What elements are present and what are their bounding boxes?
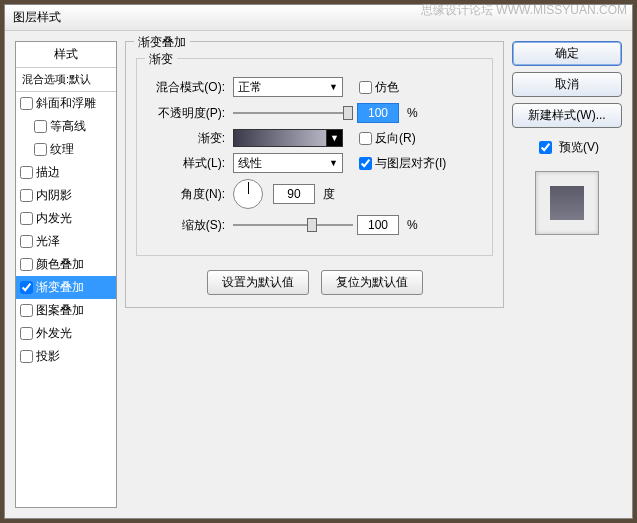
style-label: 斜面和浮雕 (36, 95, 96, 112)
style-item[interactable]: 内阴影 (16, 184, 116, 207)
style-checkbox[interactable] (20, 304, 33, 317)
style-label: 纹理 (50, 141, 74, 158)
style-label: 内阴影 (36, 187, 72, 204)
layer-style-dialog: 图层样式 样式 混合选项:默认 斜面和浮雕等高线纹理描边内阴影内发光光泽颜色叠加… (4, 4, 633, 519)
reset-default-button[interactable]: 复位为默认值 (321, 270, 423, 295)
opacity-slider[interactable] (233, 104, 353, 122)
styles-header[interactable]: 样式 (16, 42, 116, 68)
right-panel: 确定 取消 新建样式(W)... 预览(V) (512, 41, 622, 508)
style-checkbox[interactable] (20, 258, 33, 271)
dialog-title: 图层样式 (13, 10, 61, 24)
preview-checkbox[interactable]: 预览(V) (512, 138, 622, 157)
align-checkbox[interactable]: 与图层对齐(I) (359, 155, 446, 172)
style-checkbox[interactable] (34, 143, 47, 156)
group-legend: 渐变叠加 (134, 34, 190, 51)
style-label: 等高线 (50, 118, 86, 135)
style-label: 投影 (36, 348, 60, 365)
center-panel: 渐变叠加 渐变 混合模式(O): 正常 ▼ 仿色 (125, 41, 504, 508)
dither-checkbox[interactable]: 仿色 (359, 79, 399, 96)
blend-mode-select[interactable]: 正常 ▼ (233, 77, 343, 97)
style-checkbox[interactable] (20, 327, 33, 340)
style-label: 光泽 (36, 233, 60, 250)
new-style-button[interactable]: 新建样式(W)... (512, 103, 622, 128)
scale-input[interactable] (357, 215, 399, 235)
style-item[interactable]: 描边 (16, 161, 116, 184)
style-item[interactable]: 内发光 (16, 207, 116, 230)
gradient-overlay-group: 渐变叠加 渐变 混合模式(O): 正常 ▼ 仿色 (125, 41, 504, 308)
style-checkbox[interactable] (20, 350, 33, 363)
gradient-inner-group: 渐变 混合模式(O): 正常 ▼ 仿色 不透明度(P): (136, 58, 493, 256)
style-checkbox[interactable] (20, 212, 33, 225)
style-item[interactable]: 纹理 (16, 138, 116, 161)
style-item[interactable]: 图案叠加 (16, 299, 116, 322)
gradient-picker-button[interactable]: ▼ (326, 130, 342, 146)
style-label: 渐变叠加 (36, 279, 84, 296)
watermark-site: 思缘设计论坛 (421, 3, 493, 17)
style-label: 描边 (36, 164, 60, 181)
style-checkbox[interactable] (20, 189, 33, 202)
blend-mode-label: 混合模式(O): (147, 79, 229, 96)
scale-unit: % (407, 218, 418, 232)
angle-label: 角度(N): (147, 186, 229, 203)
style-item[interactable]: 外发光 (16, 322, 116, 345)
gradient-label: 渐变: (147, 130, 229, 147)
style-checkbox[interactable] (20, 235, 33, 248)
style-item[interactable]: 投影 (16, 345, 116, 368)
styles-subheader[interactable]: 混合选项:默认 (16, 68, 116, 92)
style-label: 颜色叠加 (36, 256, 84, 273)
preview-box (535, 171, 599, 235)
style-label: 内发光 (36, 210, 72, 227)
style-checkbox[interactable] (34, 120, 47, 133)
chevron-down-icon: ▼ (329, 158, 338, 168)
opacity-input[interactable] (357, 103, 399, 123)
cancel-button[interactable]: 取消 (512, 72, 622, 97)
style-select[interactable]: 线性 ▼ (233, 153, 343, 173)
angle-dial[interactable] (233, 179, 263, 209)
style-label: 图案叠加 (36, 302, 84, 319)
watermark-url: WWW.MISSYUAN.COM (496, 3, 627, 17)
chevron-down-icon: ▼ (329, 82, 338, 92)
preview-swatch (550, 186, 584, 220)
styles-panel: 样式 混合选项:默认 斜面和浮雕等高线纹理描边内阴影内发光光泽颜色叠加渐变叠加图… (15, 41, 117, 508)
style-item[interactable]: 光泽 (16, 230, 116, 253)
style-item[interactable]: 渐变叠加 (16, 276, 116, 299)
style-item[interactable]: 斜面和浮雕 (16, 92, 116, 115)
scale-slider[interactable] (233, 216, 353, 234)
gradient-swatch[interactable]: ▼ (233, 129, 343, 147)
set-default-button[interactable]: 设置为默认值 (207, 270, 309, 295)
style-item[interactable]: 颜色叠加 (16, 253, 116, 276)
angle-unit: 度 (323, 186, 335, 203)
opacity-unit: % (407, 106, 418, 120)
style-checkbox[interactable] (20, 281, 33, 294)
style-label: 外发光 (36, 325, 72, 342)
ok-button[interactable]: 确定 (512, 41, 622, 66)
style-label: 样式(L): (147, 155, 229, 172)
scale-label: 缩放(S): (147, 217, 229, 234)
style-checkbox[interactable] (20, 166, 33, 179)
angle-input[interactable] (273, 184, 315, 204)
opacity-label: 不透明度(P): (147, 105, 229, 122)
style-item[interactable]: 等高线 (16, 115, 116, 138)
style-checkbox[interactable] (20, 97, 33, 110)
reverse-checkbox[interactable]: 反向(R) (359, 130, 416, 147)
inner-legend: 渐变 (145, 51, 177, 68)
